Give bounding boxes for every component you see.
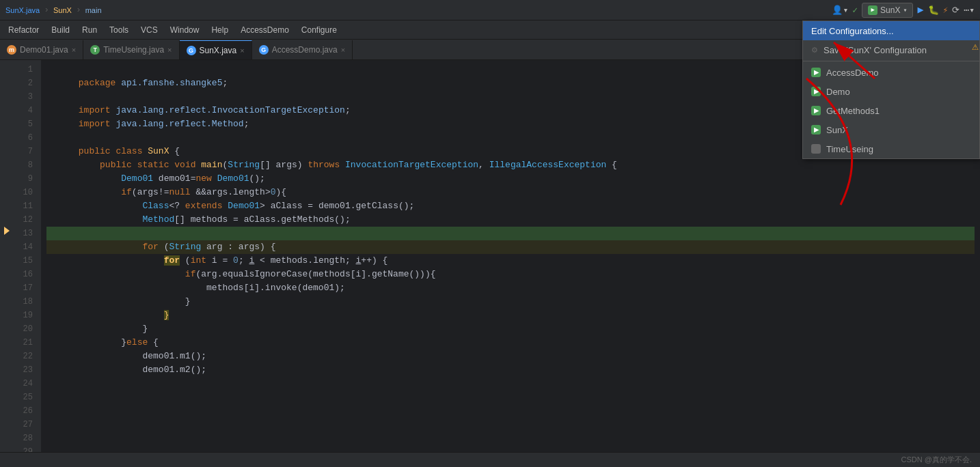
menu-help[interactable]: Help <box>206 24 234 36</box>
accessdemo-icon: ▶ <box>811 68 821 77</box>
tab-icon-timeuseing: T <box>90 45 100 55</box>
tab-accessdemo[interactable]: G AccessDemo.java × <box>252 40 353 59</box>
code-line-13: for (String arg : args) { <box>46 227 975 240</box>
tab-close-demo01[interactable]: × <box>72 46 76 54</box>
code-line-19: } <box>46 309 975 322</box>
debug-button[interactable]: 🐛 <box>928 5 939 16</box>
code-line-21: demo01.m1(); <box>46 336 975 350</box>
dropdown-menu: Edit Configurations... ⚙ Save 'SunX' Con… <box>802 20 980 159</box>
debug-arrow-13 <box>4 227 10 235</box>
save-configuration-label: Save 'SunX' Configuration <box>824 45 927 55</box>
dropdown-accessdemo[interactable]: ▶ AccessDemo <box>803 63 979 82</box>
dropdown-separator <box>803 61 979 61</box>
menu-vcs[interactable]: VCS <box>135 24 163 36</box>
status-text: CSDN @真的学不会. <box>901 455 972 465</box>
tab-label-accessdemo: AccessDemo.java <box>272 45 338 55</box>
accessdemo-label: AccessDemo <box>826 68 879 78</box>
breadcrumb-file: SunX.java <box>5 6 40 14</box>
dropdown-getmethods1[interactable]: ▶ GetMethods1 <box>803 101 979 120</box>
left-gutter <box>0 60 14 467</box>
menu-window[interactable]: Window <box>165 24 205 36</box>
dropdown-save-configuration[interactable]: ⚙ Save 'SunX' Configuration <box>803 40 979 59</box>
breadcrumb: SunX.java › SunX › main <box>5 5 102 15</box>
demo-label: Demo <box>826 87 850 97</box>
dropdown-edit-configurations[interactable]: Edit Configurations... <box>803 21 979 40</box>
dropdown-sunx[interactable]: ▶ SunX <box>803 120 979 139</box>
config-icon: ▶ <box>868 5 877 15</box>
tab-icon-sunx: G <box>187 46 196 55</box>
timeuseing-label: TimeUseing <box>826 144 873 154</box>
coverage-button[interactable]: ⚡ <box>943 5 949 16</box>
config-dropdown-arrow: ▾ <box>903 6 907 14</box>
menu-refactor[interactable]: Refactor <box>3 24 44 36</box>
edit-configurations-label: Edit Configurations... <box>811 26 894 36</box>
timeuseing-icon <box>811 144 821 154</box>
code-line-20: }else { <box>46 322 975 336</box>
tab-icon-accessdemo: G <box>259 45 269 55</box>
menu-configure[interactable]: Configure <box>296 24 342 36</box>
tab-demo01[interactable]: m Demo01.java × <box>0 40 83 59</box>
warning-badge: ⚠ <box>972 40 979 53</box>
line-numbers: 1 2 3 4 5 6 7 8 9 10 11 12 13 14 15 16 1… <box>14 60 41 467</box>
menu-build[interactable]: Build <box>46 24 75 36</box>
dropdown-demo[interactable]: ▶ Demo <box>803 82 979 101</box>
tab-sunx[interactable]: G SunX.java × <box>180 40 252 59</box>
config-selector[interactable]: ▶ SunX ▾ <box>862 3 913 18</box>
tab-label-timeuseing: TimeUseing.java <box>103 45 164 55</box>
tab-label-demo01: Demo01.java <box>20 45 68 55</box>
breadcrumb-class: SunX <box>53 6 72 14</box>
save-config-icon: ⚙ <box>811 46 818 55</box>
user-icon[interactable]: 👤▾ <box>832 5 848 16</box>
profile-button[interactable]: ⟳ <box>952 5 959 16</box>
menu-tools[interactable]: Tools <box>104 24 134 36</box>
tab-label-sunx: SunX.java <box>200 46 237 55</box>
getmethods1-icon: ▶ <box>811 106 821 115</box>
status-bar: CSDN @真的学不会. <box>0 452 980 467</box>
more-button[interactable]: ⋯▾ <box>964 5 975 16</box>
title-bar: SunX.java › SunX › main 👤▾ ✓ ▶ SunX ▾ ▶ … <box>0 0 980 20</box>
tab-close-timeuseing[interactable]: × <box>167 46 172 54</box>
git-icon[interactable]: ✓ <box>852 5 858 16</box>
breakpoint-marker-7 <box>3 145 10 152</box>
menu-run[interactable]: Run <box>77 24 103 36</box>
run-button[interactable]: ▶ <box>917 3 923 16</box>
sunx-icon: ▶ <box>811 125 821 135</box>
sunx-label: SunX <box>826 125 848 135</box>
tab-close-accessdemo[interactable]: × <box>341 46 345 54</box>
demo-icon: ▶ <box>811 87 821 96</box>
tab-icon-demo01: m <box>7 45 16 55</box>
tab-timeuseing[interactable]: T TimeUseing.java × <box>83 40 179 59</box>
config-name: SunX <box>880 5 900 15</box>
breadcrumb-method: main <box>85 6 102 14</box>
toolbar-right: 👤▾ ✓ ▶ SunX ▾ ▶ 🐛 ⚡ ⟳ ⋯▾ <box>832 3 975 18</box>
menu-accessdemo[interactable]: AccessDemo <box>235 24 295 36</box>
dropdown-timeuseing[interactable]: TimeUseing <box>803 139 979 158</box>
tab-close-sunx[interactable]: × <box>240 46 244 55</box>
getmethods1-label: GetMethods1 <box>826 106 880 116</box>
